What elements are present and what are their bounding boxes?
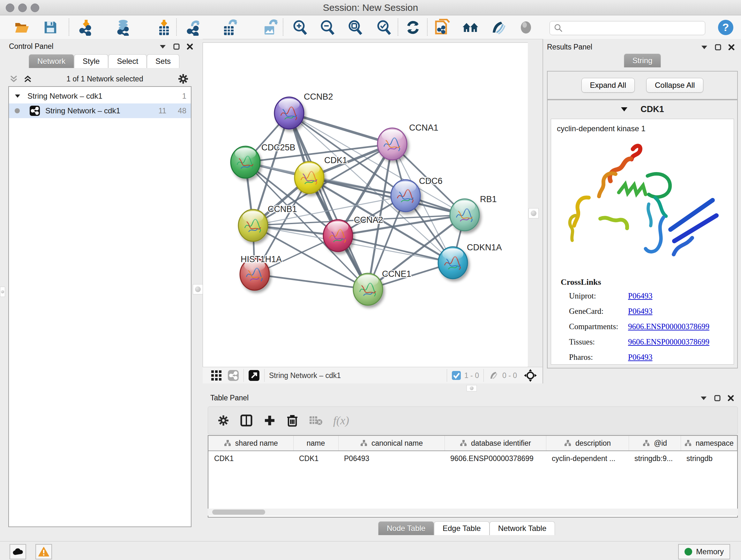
tab-network[interactable]: Network <box>29 54 74 68</box>
uniprot-link[interactable]: P06493 <box>628 292 652 300</box>
import-network-file-button[interactable] <box>78 19 94 36</box>
network-options-gear-icon[interactable] <box>178 73 189 84</box>
graph-edge[interactable] <box>289 113 368 289</box>
tab-sets[interactable]: Sets <box>147 54 179 68</box>
graph-edge[interactable] <box>289 113 392 144</box>
refresh-button[interactable] <box>405 19 421 36</box>
warnings-button[interactable] <box>36 544 52 559</box>
cell-name[interactable]: CDK1 <box>293 451 338 466</box>
graph-node-CCNA1[interactable] <box>378 128 407 160</box>
save-session-button[interactable] <box>42 19 59 36</box>
open-session-button[interactable] <box>13 19 30 36</box>
import-network-database-button[interactable] <box>115 19 131 36</box>
homes-button[interactable] <box>462 19 479 36</box>
graph-node-CCNA2[interactable] <box>323 220 353 252</box>
collapse-all-icon[interactable] <box>10 75 18 83</box>
tab-string-results[interactable]: String <box>624 54 661 67</box>
birdseye-toggle-button[interactable] <box>211 370 222 381</box>
search-input[interactable] <box>566 23 705 33</box>
gene-section-header[interactable]: CDK1 <box>548 100 737 118</box>
tab-select[interactable]: Select <box>108 54 147 68</box>
zoom-out-button[interactable] <box>319 19 336 36</box>
delete-column-icon[interactable] <box>286 414 298 427</box>
graph-node-CDKN1A[interactable] <box>438 247 468 279</box>
help-button[interactable]: ? <box>718 19 734 36</box>
zoom-fit-button[interactable] <box>347 19 363 36</box>
collapse-gene-icon[interactable] <box>621 107 628 112</box>
col-canonical-name[interactable]: canonical name <box>338 436 445 451</box>
network-canvas[interactable]: CCNB2CCNA1CDC25BCDK1CDC6RB1CCNB1CCNA2CDK… <box>203 43 528 367</box>
show-columns-icon[interactable] <box>240 414 253 427</box>
col-namespace[interactable]: namespace <box>681 436 737 451</box>
graph-node-RB1[interactable] <box>450 199 479 231</box>
tab-network-table[interactable]: Network Table <box>489 521 555 535</box>
table-options-gear-icon[interactable] <box>218 415 229 426</box>
graph-node-CDC6[interactable] <box>391 180 420 212</box>
control-splitter-handle[interactable] <box>193 284 203 294</box>
table-header-row[interactable]: shared name name canonical name database… <box>208 436 737 451</box>
close-panel-icon[interactable] <box>728 44 735 51</box>
table-horizontal-scrollbar[interactable] <box>208 509 738 516</box>
scrollbar-thumb[interactable] <box>212 509 265 515</box>
search-field[interactable] <box>549 21 705 35</box>
network-collection-row[interactable]: String Network – cdk1 1 <box>9 89 191 104</box>
node-table[interactable]: shared name name canonical name database… <box>208 435 738 517</box>
expand-all-button[interactable]: Expand All <box>582 78 635 92</box>
col-id[interactable]: @id <box>629 436 681 451</box>
panel-menu-icon[interactable] <box>700 396 707 400</box>
export-image-button[interactable] <box>262 19 279 36</box>
west-splitter-handle[interactable] <box>0 287 5 297</box>
cell-canonical-name[interactable]: P06493 <box>338 451 445 466</box>
cell-database-identifier[interactable]: 9606.ENSP00000378699 <box>445 451 546 466</box>
cloud-status-button[interactable] <box>10 544 26 559</box>
float-panel-icon[interactable] <box>715 44 721 51</box>
export-network-button[interactable] <box>186 19 202 36</box>
graph-node-CCNE1[interactable] <box>353 273 383 305</box>
graph-edge[interactable] <box>338 236 453 263</box>
graph-node-CCNB1[interactable] <box>239 209 268 241</box>
zoom-in-button[interactable] <box>292 19 308 36</box>
float-panel-icon[interactable] <box>714 395 721 401</box>
memory-button[interactable]: Memory <box>678 544 730 559</box>
panel-menu-icon[interactable] <box>701 45 708 50</box>
horizontal-splitter-handle[interactable] <box>467 385 477 391</box>
table-row[interactable]: CDK1 CDK1 P06493 9606.ENSP00000378699 cy… <box>208 451 737 466</box>
delete-table-icon[interactable] <box>309 415 322 426</box>
show-all-button[interactable] <box>518 19 534 36</box>
cell-namespace[interactable]: stringdb <box>681 451 737 466</box>
tab-node-table[interactable]: Node Table <box>378 521 434 535</box>
collapse-all-button[interactable]: Collapse All <box>646 78 703 92</box>
genecard-link[interactable]: P06493 <box>628 307 652 316</box>
col-description[interactable]: description <box>546 436 629 451</box>
graph-edge[interactable] <box>255 274 368 289</box>
network-row-selected[interactable]: String Network – cdk1 11 48 <box>9 104 191 118</box>
string-view-badge[interactable] <box>227 370 239 381</box>
graph-node-CCNB2[interactable] <box>274 97 304 129</box>
function-builder-icon[interactable]: f(x) <box>333 414 349 427</box>
cell-description[interactable]: cyclin-dependent ... <box>546 451 629 466</box>
hide-selected-button[interactable] <box>490 19 507 36</box>
tab-style[interactable]: Style <box>74 54 108 68</box>
fit-selected-button[interactable] <box>524 369 537 382</box>
cell-id[interactable]: stringdb:9... <box>629 451 681 466</box>
share-file-button[interactable] <box>434 19 451 36</box>
add-column-icon[interactable] <box>264 415 276 427</box>
expander-icon[interactable] <box>15 94 20 98</box>
east-splitter-handle[interactable] <box>529 208 539 219</box>
col-database-identifier[interactable]: database identifier <box>445 436 546 451</box>
panel-menu-icon[interactable] <box>159 44 166 49</box>
tissues-link[interactable]: 9606.ENSP00000378699 <box>628 337 710 347</box>
float-panel-icon[interactable] <box>173 44 180 50</box>
export-table-button[interactable] <box>222 19 239 36</box>
pharos-link[interactable]: P06493 <box>628 353 652 362</box>
graph-node-CDK1[interactable] <box>294 162 324 193</box>
import-table-file-button[interactable] <box>156 19 172 36</box>
zoom-selected-button[interactable] <box>376 19 392 36</box>
col-name[interactable]: name <box>293 436 338 451</box>
compartments-link[interactable]: 9606.ENSP00000378699 <box>628 322 710 331</box>
close-panel-icon[interactable] <box>187 44 193 50</box>
graph-node-CDC25B[interactable] <box>231 146 260 178</box>
open-in-window-button[interactable] <box>248 370 260 381</box>
close-panel-icon[interactable] <box>728 395 734 401</box>
expand-all-icon[interactable] <box>23 75 32 83</box>
